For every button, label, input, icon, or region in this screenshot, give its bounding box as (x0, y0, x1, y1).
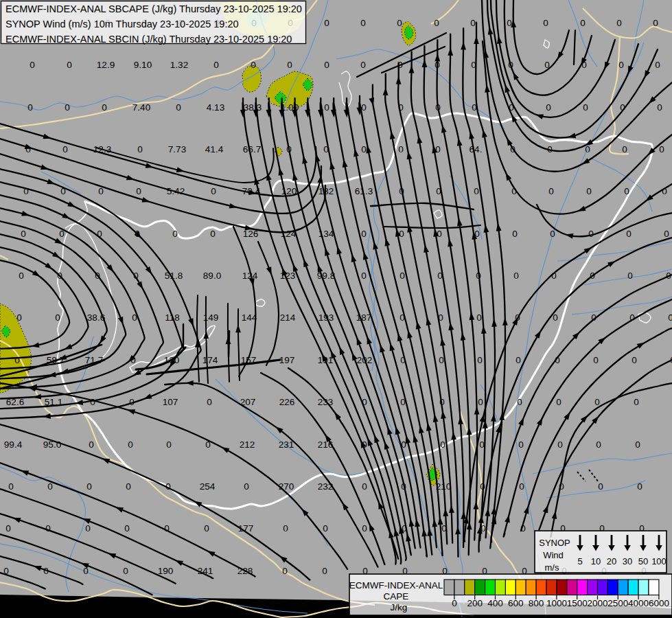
svg-text:0: 0 (398, 144, 404, 154)
svg-text:0: 0 (123, 566, 128, 576)
svg-text:0: 0 (476, 312, 482, 323)
svg-text:10: 10 (591, 556, 601, 566)
svg-text:107: 107 (163, 397, 178, 407)
svg-text:2000: 2000 (587, 598, 607, 608)
svg-text:0: 0 (588, 229, 594, 239)
svg-text:0: 0 (637, 481, 642, 492)
svg-text:226: 226 (279, 397, 295, 407)
svg-text:0: 0 (324, 102, 329, 113)
svg-text:0: 0 (478, 397, 483, 407)
svg-text:89.0: 89.0 (203, 271, 221, 281)
svg-text:ECMWF-INDEX-ANAL SBCAPE (J/kg): ECMWF-INDEX-ANAL SBCAPE (J/kg) Thursday … (5, 3, 302, 14)
svg-text:0: 0 (474, 186, 479, 196)
svg-text:0: 0 (137, 144, 143, 154)
svg-text:0: 0 (360, 18, 366, 28)
svg-text:0: 0 (550, 229, 555, 239)
svg-text:0: 0 (580, 18, 586, 28)
svg-text:0: 0 (324, 18, 329, 28)
svg-text:0: 0 (517, 397, 522, 407)
svg-text:7.40: 7.40 (132, 102, 150, 113)
svg-text:0: 0 (513, 271, 519, 281)
svg-text:0: 0 (176, 102, 181, 113)
svg-text:4000: 4000 (628, 598, 649, 608)
svg-text:0: 0 (83, 566, 89, 576)
svg-text:0: 0 (557, 439, 563, 450)
svg-text:20: 20 (607, 556, 616, 566)
svg-text:0: 0 (323, 523, 328, 534)
svg-text:0: 0 (361, 229, 367, 239)
svg-text:0: 0 (399, 271, 405, 281)
svg-text:0: 0 (90, 397, 95, 407)
svg-text:0: 0 (437, 229, 442, 239)
svg-text:0: 0 (204, 523, 209, 534)
svg-text:ECMWF-INDEX-ANAL: ECMWF-INDEX-ANAL (349, 580, 443, 591)
svg-text:0: 0 (519, 481, 524, 492)
svg-text:0: 0 (86, 481, 92, 492)
svg-text:6000: 6000 (649, 598, 669, 608)
svg-text:99.4: 99.4 (4, 439, 23, 450)
svg-text:0: 0 (324, 60, 329, 70)
svg-text:0: 0 (622, 144, 627, 154)
svg-text:12.9: 12.9 (97, 60, 115, 70)
svg-text:231: 231 (279, 439, 294, 450)
svg-text:30: 30 (623, 556, 632, 566)
svg-text:0: 0 (126, 481, 131, 492)
svg-text:0: 0 (211, 186, 216, 196)
svg-text:0: 0 (30, 60, 35, 70)
svg-text:0: 0 (361, 144, 367, 154)
svg-text:0: 0 (556, 397, 561, 407)
svg-text:0: 0 (85, 523, 91, 534)
svg-text:5: 5 (577, 556, 582, 566)
svg-text:0: 0 (21, 229, 26, 239)
svg-text:9.10: 9.10 (134, 60, 152, 70)
svg-text:0: 0 (635, 439, 640, 450)
svg-text:0: 0 (128, 439, 133, 450)
svg-text:0: 0 (598, 481, 603, 492)
svg-text:0: 0 (362, 481, 367, 492)
svg-text:SYNOP: SYNOP (539, 538, 570, 548)
svg-text:ECMWF-INDEX-ANAL SBCIN (J/kg): ECMWF-INDEX-ANAL SBCIN (J/kg) Thursday 2… (5, 34, 292, 45)
svg-text:0: 0 (616, 18, 622, 28)
svg-text:232: 232 (318, 481, 334, 492)
svg-text:0: 0 (213, 60, 219, 70)
svg-text:0: 0 (45, 523, 51, 534)
svg-text:50: 50 (638, 556, 648, 566)
svg-text:0: 0 (664, 229, 669, 239)
svg-text:0: 0 (668, 312, 672, 323)
svg-text:0: 0 (657, 102, 662, 113)
svg-text:270: 270 (279, 481, 294, 492)
svg-text:m/s: m/s (545, 562, 559, 573)
svg-text:41.4: 41.4 (205, 144, 224, 154)
svg-text:0: 0 (5, 523, 11, 534)
svg-text:0: 0 (507, 18, 512, 28)
svg-text:400: 400 (487, 598, 503, 608)
svg-text:0: 0 (124, 523, 130, 534)
svg-text:0: 0 (282, 566, 288, 576)
svg-text:Wind: Wind (543, 550, 564, 560)
svg-text:0: 0 (624, 186, 629, 196)
svg-text:0: 0 (655, 60, 660, 70)
svg-text:174: 174 (202, 355, 218, 365)
svg-text:0: 0 (586, 186, 592, 196)
svg-text:0: 0 (362, 523, 367, 534)
svg-text:0: 0 (67, 60, 72, 70)
svg-text:0: 0 (634, 397, 639, 407)
svg-text:0: 0 (594, 397, 600, 407)
svg-text:0: 0 (518, 439, 524, 450)
svg-text:0: 0 (27, 102, 33, 113)
svg-text:0: 0 (399, 229, 404, 239)
svg-text:0: 0 (207, 397, 212, 407)
svg-text:200: 200 (467, 598, 483, 608)
svg-text:38.3: 38.3 (244, 102, 262, 113)
svg-text:0: 0 (210, 229, 216, 239)
svg-text:64.: 64. (470, 144, 483, 154)
svg-text:0: 0 (548, 186, 554, 196)
svg-text:0: 0 (593, 355, 599, 365)
svg-text:0: 0 (583, 102, 588, 113)
svg-text:0: 0 (287, 60, 292, 70)
svg-text:0: 0 (477, 355, 483, 365)
svg-text:100: 100 (651, 556, 667, 566)
svg-text:J/kg: J/kg (391, 602, 408, 613)
svg-text:SYNOP Wind (m/s) 10m Thursday: SYNOP Wind (m/s) 10m Thursday 23-10-2025… (5, 19, 239, 30)
svg-text:0: 0 (632, 355, 637, 365)
